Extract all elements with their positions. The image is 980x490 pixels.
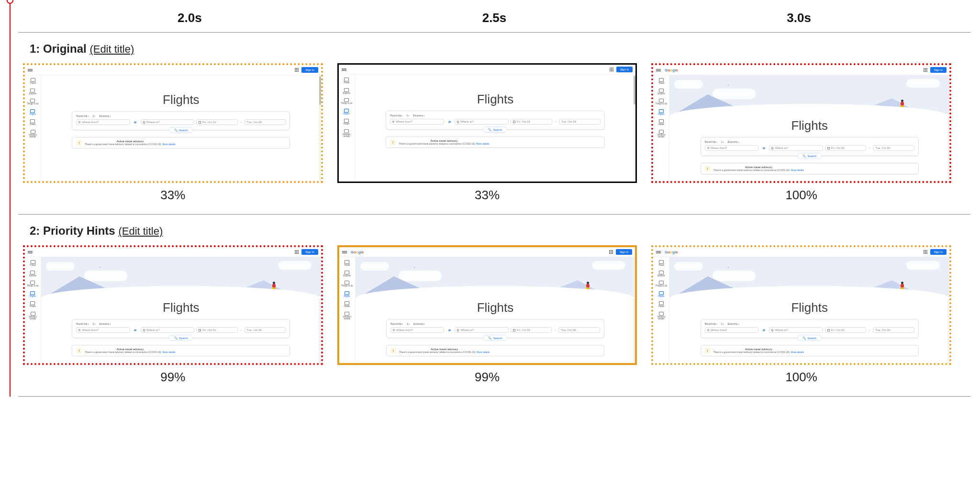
- sidebar-item-vacation-rentals[interactable]: Vacation rentals: [340, 129, 354, 138]
- sidebar-item-things-to-do[interactable]: Things to do: [341, 281, 353, 287]
- sidebar-item-travel[interactable]: Travel: [344, 78, 349, 84]
- return-date-input[interactable]: Tue, Oct 26: [245, 119, 286, 125]
- sidebar-item-travel[interactable]: Travel: [30, 78, 35, 85]
- sidebar-item-vacation-rentals[interactable]: Vacation rentals: [26, 312, 40, 320]
- depart-date-input[interactable]: Fri, Oct 22: [196, 327, 238, 333]
- depart-date-input[interactable]: Fri, Oct 22: [825, 327, 867, 333]
- origin-input[interactable]: Where from?: [76, 327, 130, 333]
- sign-in-button[interactable]: Sign in: [301, 67, 318, 73]
- apps-grid-icon[interactable]: [924, 68, 927, 72]
- passenger-select[interactable]: 1: [406, 114, 409, 117]
- search-button[interactable]: 🔍Search: [169, 335, 193, 341]
- sidebar-item-hotels[interactable]: Hotels: [30, 301, 36, 308]
- sidebar-item-explore[interactable]: Explore: [343, 88, 350, 95]
- passenger-select[interactable]: 1: [721, 140, 724, 143]
- sidebar-item-things-to-do[interactable]: Things to do: [655, 99, 667, 105]
- sidebar-item-travel[interactable]: Travel: [658, 260, 664, 267]
- screenshot-frame[interactable]: Google Sign in TravelExploreThings to do…: [337, 63, 637, 183]
- swap-icon[interactable]: ⇄: [760, 147, 767, 150]
- sign-in-button[interactable]: Sign in: [616, 67, 633, 72]
- trip-type-select[interactable]: Round trip: [390, 322, 403, 325]
- passenger-select[interactable]: 1: [407, 322, 410, 325]
- sidebar-item-things-to-do[interactable]: Things to do: [27, 281, 39, 287]
- destination-input[interactable]: Where to?: [141, 327, 194, 333]
- passenger-select[interactable]: 1: [93, 322, 96, 325]
- sign-in-button[interactable]: Sign in: [930, 67, 947, 73]
- screenshot-frame[interactable]: Google Sign in TravelExploreThings to do…: [651, 245, 951, 365]
- apps-grid-icon[interactable]: [924, 250, 927, 254]
- sidebar-item-explore[interactable]: Explore: [29, 89, 36, 95]
- advisory-more-link[interactable]: More details: [162, 351, 175, 353]
- advisory-more-link[interactable]: More details: [162, 143, 175, 146]
- scrollbar[interactable]: [319, 75, 321, 182]
- hamburger-icon[interactable]: [342, 251, 347, 253]
- sidebar-item-explore[interactable]: Explore: [344, 271, 351, 277]
- cabin-class-select[interactable]: Economy: [99, 114, 111, 117]
- trip-type-select[interactable]: Round trip: [390, 114, 402, 117]
- swap-icon[interactable]: ⇄: [760, 329, 767, 332]
- trip-type-select[interactable]: Round trip: [705, 322, 717, 325]
- search-button[interactable]: 🔍Search: [169, 127, 193, 133]
- passenger-select[interactable]: 1: [93, 114, 96, 117]
- sign-in-button[interactable]: Sign in: [930, 249, 947, 255]
- depart-date-input[interactable]: Fri, Oct 22: [825, 145, 867, 151]
- screenshot-frame[interactable]: Google Sign in TravelExploreThings to do…: [337, 245, 637, 365]
- apps-grid-icon[interactable]: [295, 68, 299, 72]
- trip-type-select[interactable]: Round trip: [705, 140, 717, 143]
- return-date-input[interactable]: Tue, Oct 26: [873, 327, 914, 333]
- return-date-input[interactable]: Tue, Oct 26: [873, 145, 914, 151]
- trip-type-select[interactable]: Round trip: [76, 114, 89, 117]
- scrollbar[interactable]: [634, 75, 635, 183]
- sidebar-item-things-to-do[interactable]: Things to do: [655, 281, 667, 287]
- passenger-select[interactable]: 1: [721, 322, 724, 325]
- sidebar-item-things-to-do[interactable]: Things to do: [341, 98, 353, 105]
- hamburger-icon[interactable]: [28, 69, 33, 71]
- cabin-class-select[interactable]: Economy: [728, 140, 739, 143]
- screenshot-frame[interactable]: Google Sign in TravelExploreThings to do…: [651, 63, 951, 183]
- origin-input[interactable]: Where from?: [390, 327, 444, 333]
- hamburger-icon[interactable]: [342, 68, 346, 71]
- search-button[interactable]: 🔍Search: [797, 335, 822, 341]
- sidebar-item-flights[interactable]: Flights: [658, 291, 664, 298]
- sidebar-item-travel[interactable]: Travel: [344, 260, 350, 267]
- screenshot-frame[interactable]: Google Sign in TravelExploreThings to do…: [23, 245, 323, 365]
- origin-input[interactable]: Where from?: [76, 119, 130, 125]
- screenshot-frame[interactable]: Google Sign in TravelExploreThings to do…: [23, 63, 323, 183]
- advisory-more-link[interactable]: More details: [476, 142, 489, 145]
- search-button[interactable]: 🔍Search: [483, 126, 507, 133]
- cabin-class-select[interactable]: Economy: [728, 322, 739, 325]
- apps-grid-icon[interactable]: [609, 250, 613, 254]
- sidebar-item-flights[interactable]: Flights: [30, 291, 36, 298]
- search-button[interactable]: 🔍Search: [797, 153, 822, 159]
- sidebar-item-flights[interactable]: Flights: [658, 109, 664, 116]
- cabin-class-select[interactable]: Economy: [99, 322, 111, 325]
- sidebar-item-hotels[interactable]: Hotels: [658, 119, 664, 126]
- sidebar-item-travel[interactable]: Travel: [658, 78, 664, 85]
- cabin-class-select[interactable]: Economy: [413, 114, 424, 117]
- destination-input[interactable]: Where to?: [769, 327, 823, 333]
- scrollbar-thumb[interactable]: [319, 76, 321, 105]
- hamburger-icon[interactable]: [656, 69, 661, 71]
- swap-icon[interactable]: ⇄: [446, 329, 453, 332]
- destination-input[interactable]: Where to?: [455, 327, 508, 333]
- sidebar-item-explore[interactable]: Explore: [657, 89, 665, 95]
- apps-grid-icon[interactable]: [610, 68, 613, 71]
- sidebar-item-explore[interactable]: Explore: [29, 271, 36, 277]
- advisory-more-link[interactable]: More details: [477, 351, 490, 353]
- sidebar-item-hotels[interactable]: Hotels: [344, 119, 350, 125]
- destination-input[interactable]: Where to?: [455, 119, 509, 125]
- destination-input[interactable]: Where to?: [769, 145, 823, 151]
- edit-title-link[interactable]: (Edit title): [89, 43, 134, 55]
- sidebar-item-explore[interactable]: Explore: [657, 271, 665, 277]
- swap-icon[interactable]: ⇄: [132, 329, 139, 332]
- sidebar-item-flights[interactable]: Flights: [30, 109, 36, 116]
- sidebar-item-hotels[interactable]: Hotels: [344, 301, 350, 308]
- sidebar-item-flights[interactable]: Flights: [344, 109, 350, 115]
- sidebar-item-hotels[interactable]: Hotels: [658, 301, 664, 308]
- sign-in-button[interactable]: Sign in: [301, 249, 318, 255]
- edit-title-link[interactable]: (Edit title): [118, 225, 163, 237]
- hamburger-icon[interactable]: [28, 251, 33, 253]
- sidebar-item-hotels[interactable]: Hotels: [30, 119, 36, 126]
- return-date-input[interactable]: Tue, Oct 26: [559, 119, 601, 125]
- trip-type-select[interactable]: Round trip: [76, 322, 89, 325]
